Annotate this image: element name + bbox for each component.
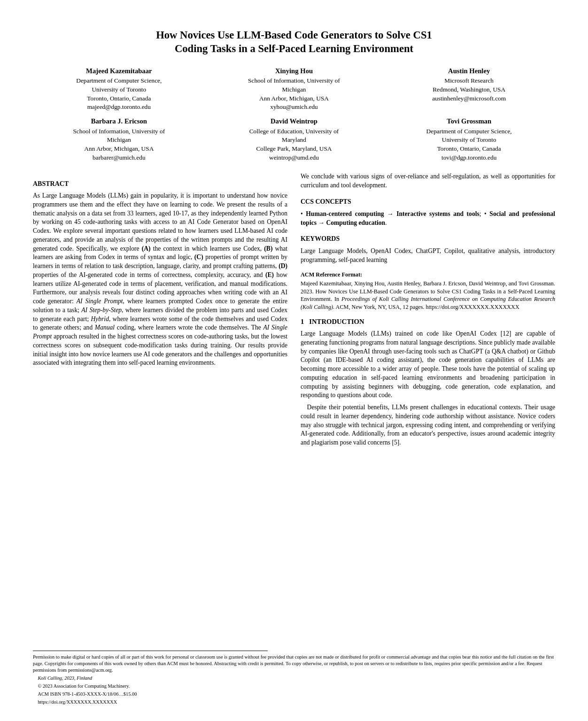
col-left: ABSTRACT As Large Language Models (LLMs)…	[33, 172, 287, 371]
footer-rule	[33, 651, 268, 651]
author-block-2: Xinying Hou School of Information, Unive…	[208, 66, 380, 112]
author-block-6: Tovi Grossman Department of Computer Sci…	[383, 116, 555, 162]
abstract-conclude: We conclude with various signs of over-r…	[301, 172, 555, 190]
author-affil-5: College of Education, University ofMaryl…	[249, 128, 339, 161]
author-name-4: Barbara J. Ericson	[33, 116, 205, 126]
title-line1: How Novices Use LLM-Based Code Generator…	[156, 29, 432, 41]
author-name-3: Austin Henley	[383, 66, 555, 76]
keywords-heading: KEYWORDS	[301, 235, 555, 244]
footer-doi: https://doi.org/XXXXXXX.XXXXXXX	[33, 699, 555, 706]
footer: Permission to make digital or hard copie…	[0, 651, 588, 721]
author-affil-1: Department of Computer Science,Universit…	[76, 77, 162, 110]
author-name-2: Xinying Hou	[208, 66, 380, 76]
intro-para2: Despite their potential benefits, LLMs p…	[301, 403, 555, 447]
acm-ref-label: ACM Reference Format:	[301, 271, 555, 279]
page: How Novices Use LLM-Based Code Generator…	[0, 0, 588, 721]
intro-heading: INTRODUCTION	[309, 318, 364, 325]
author-affil-4: School of Information, University ofMich…	[73, 128, 165, 161]
ccs-body: • Human-centered computing → Interactive…	[301, 209, 555, 227]
footer-permission: Permission to make digital or hard copie…	[33, 654, 555, 674]
abstract-heading: ABSTRACT	[33, 180, 287, 189]
author-name-6: Tovi Grossman	[383, 116, 555, 126]
footer-copyright: © 2023 Association for Computing Machine…	[33, 683, 555, 690]
paper-title: How Novices Use LLM-Based Code Generator…	[33, 28, 555, 56]
author-affil-3: Microsoft ResearchRedmond, Washington, U…	[432, 77, 506, 101]
abstract-body: As Large Language Models (LLMs) gain in …	[33, 192, 287, 368]
author-name-1: Majeed Kazemitabaar	[33, 66, 205, 76]
footer-conference: Koli Calling, 2023, Finland	[33, 675, 555, 682]
authors-grid: Majeed Kazemitabaar Department of Comput…	[33, 66, 555, 162]
author-name-5: David Weintrop	[208, 116, 380, 126]
author-block-1: Majeed Kazemitabaar Department of Comput…	[33, 66, 205, 112]
footer-isbn: ACM ISBN 978-1-4503-XXXX-X/18/06…$15.00	[33, 691, 555, 698]
author-block-4: Barbara J. Ericson School of Information…	[33, 116, 205, 162]
author-block-3: Austin Henley Microsoft ResearchRedmond,…	[383, 66, 555, 112]
acm-ref-body: Majeed Kazemitabaar, Xinying Hou, Austin…	[301, 280, 555, 311]
title-line2: Coding Tasks in a Self-Paced Learning En…	[175, 43, 413, 54]
author-block-5: David Weintrop College of Education, Uni…	[208, 116, 380, 162]
keywords-body: Large Language Models, OpenAI Codex, Cha…	[301, 246, 555, 264]
intro-para1: Large Language Models (LLMs) trained on …	[301, 330, 555, 400]
ccs-heading: CCS CONCEPTS	[301, 198, 555, 207]
intro-section-num: 1 INTRODUCTION	[301, 317, 555, 327]
author-affil-6: Department of Computer Science,Universit…	[426, 128, 512, 161]
col-right: We conclude with various signs of over-r…	[301, 172, 555, 451]
author-affil-2: School of Information, University ofMich…	[248, 77, 340, 110]
main-two-col: ABSTRACT As Large Language Models (LLMs)…	[33, 172, 555, 451]
intro-number: 1	[301, 318, 304, 325]
